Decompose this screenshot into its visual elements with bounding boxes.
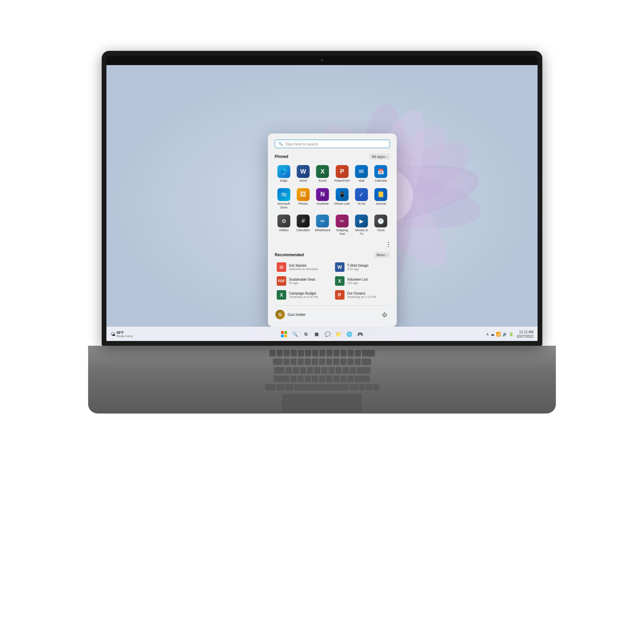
oceans-text: Our Oceans Yesterday at 1:15 PM xyxy=(347,291,376,299)
app-calculator[interactable]: # Calculator xyxy=(294,213,312,238)
key-tab xyxy=(273,358,282,365)
screen-content: 🔍 Type here to search Pinned All apps › xyxy=(106,65,538,341)
edge-taskbar-icon: 🌐 xyxy=(346,331,352,337)
key-left xyxy=(359,384,365,390)
onedrive-icon: ☁ xyxy=(490,332,495,337)
calendar-label: Calendar xyxy=(375,179,387,183)
calculator-label: Calculator xyxy=(296,228,310,232)
start-button[interactable] xyxy=(279,329,289,339)
key xyxy=(284,350,290,357)
key-alt-r xyxy=(350,384,358,390)
app-utilities[interactable]: ⚙ Utilities xyxy=(275,213,293,238)
user-avatar: G xyxy=(275,310,285,319)
app-onenote[interactable]: N OneNote xyxy=(314,186,331,212)
rec-get-started[interactable]: ⊞ Get Started Welcome to Windows xyxy=(275,261,332,274)
power-button[interactable]: ⏻ xyxy=(380,310,389,319)
app-movies[interactable]: ▶ Movies & TV xyxy=(353,213,370,238)
phonelink-icon: 📱 xyxy=(336,188,348,201)
explorer-button[interactable]: 📁 xyxy=(334,329,343,339)
key-row-3 xyxy=(274,367,370,374)
app-powerpoint[interactable]: P PowerPoint xyxy=(333,163,351,185)
key-row-2 xyxy=(273,358,371,365)
app-grid: Edge W Word X Excel xyxy=(275,163,390,238)
key xyxy=(334,350,340,357)
excel-label: Excel xyxy=(319,179,326,183)
xbox-button[interactable]: 🎮 xyxy=(355,329,365,339)
search-button[interactable]: 🔍 xyxy=(290,329,300,339)
key xyxy=(347,375,354,382)
app-snipping[interactable]: ✂ Snipping Tool xyxy=(333,213,351,238)
trackpad[interactable] xyxy=(281,394,363,414)
screen-bezel: 🔍 Type here to search Pinned All apps › xyxy=(106,56,538,341)
widgets-icon: ▦ xyxy=(315,331,319,337)
key xyxy=(283,358,289,365)
clock-display[interactable]: 11:11 AM 10/27/2022 xyxy=(517,330,534,339)
all-apps-link[interactable]: All apps › xyxy=(369,154,390,160)
dot3 xyxy=(388,246,389,247)
app-mail[interactable]: ✉ Mail xyxy=(353,163,370,185)
explorer-icon: 📁 xyxy=(336,331,341,337)
key xyxy=(307,367,313,374)
key-right xyxy=(373,384,379,390)
key-ctrl xyxy=(265,384,275,390)
app-whiteboard[interactable]: ✏ Whiteboard xyxy=(314,213,331,238)
widgets-button[interactable]: ▦ xyxy=(312,329,321,339)
user-divider xyxy=(275,305,390,306)
key xyxy=(347,358,354,365)
app-msstore[interactable]: 🛍 Microsoft Store xyxy=(275,186,293,212)
key xyxy=(319,358,325,365)
app-edge[interactable]: Edge xyxy=(275,163,293,185)
volunteer-name: Volunteer List xyxy=(347,278,368,281)
key-down xyxy=(366,384,372,390)
keyboard-deck xyxy=(88,346,556,414)
app-excel[interactable]: X Excel xyxy=(314,163,331,185)
search-bar[interactable]: 🔍 Type here to search xyxy=(275,140,390,148)
clock-time: 11:11 AM xyxy=(517,330,534,334)
app-todo[interactable]: ✓ To Do xyxy=(353,186,370,212)
rec-tshirt[interactable]: W T-Shirt Design 17m ago xyxy=(333,261,390,274)
key xyxy=(305,358,311,365)
taskbar-right: ∧ ☁ 📶 🔊 🔋 11:11 AM 10/27/2022 xyxy=(486,330,534,339)
key xyxy=(312,350,318,357)
rec-seas[interactable]: PDF Sustainable Seas 2h ago xyxy=(275,275,332,287)
key xyxy=(298,375,304,382)
app-journal[interactable]: 📒 Journal xyxy=(372,186,390,212)
more-link[interactable]: More › xyxy=(374,252,390,258)
rec-volunteer[interactable]: X Volunteer List 12h ago xyxy=(333,275,390,287)
weather-widget[interactable]: 🌤 68°F Mostly Sunny xyxy=(110,331,133,338)
chat-button[interactable]: 💬 xyxy=(323,329,332,339)
key xyxy=(326,358,332,365)
app-calendar[interactable]: 📅 Calendar xyxy=(372,163,390,185)
rec-campaign[interactable]: X Campaign Budget Yesterday at 4:24 PM xyxy=(275,288,332,301)
app-photos[interactable]: 🖼 Photos xyxy=(294,186,312,212)
app-word[interactable]: W Word xyxy=(294,163,312,185)
system-tray[interactable]: ∧ ☁ 📶 🔊 🔋 xyxy=(486,332,514,337)
oceans-sub: Yesterday at 1:15 PM xyxy=(347,295,376,299)
key xyxy=(362,358,371,365)
campaign-name: Campaign Budget xyxy=(289,291,318,295)
key xyxy=(340,375,346,382)
key-space xyxy=(295,384,349,390)
page-indicator[interactable] xyxy=(387,240,390,249)
recommended-grid: ⊞ Get Started Welcome to Windows W xyxy=(275,261,390,301)
key xyxy=(291,350,297,357)
whiteboard-label: Whiteboard xyxy=(315,228,330,232)
journal-label: Journal xyxy=(376,202,386,206)
camera-bar xyxy=(106,56,538,65)
edge-taskbar-button[interactable]: 🌐 xyxy=(344,329,354,339)
key-row-4 xyxy=(274,375,370,382)
snipping-icon: ✂ xyxy=(336,215,348,227)
key xyxy=(298,350,304,357)
taskview-button[interactable]: ⧉ xyxy=(301,329,310,339)
app-phonelink[interactable]: 📱 Phone Link xyxy=(333,186,351,212)
screen-lid: 🔍 Type here to search Pinned All apps › xyxy=(102,51,542,346)
search-input[interactable]: Type here to search xyxy=(285,142,386,146)
rec-oceans[interactable]: P Our Oceans Yesterday at 1:15 PM xyxy=(333,288,390,301)
user-info[interactable]: G Guri Holter xyxy=(275,310,305,319)
key xyxy=(355,350,361,357)
oceans-icon: P xyxy=(335,290,344,300)
camera-dot xyxy=(321,59,323,61)
app-clock[interactable]: 🕐 Clock xyxy=(372,213,390,238)
seas-icon: PDF xyxy=(277,276,286,286)
weather-temp: 68°F xyxy=(117,331,133,335)
